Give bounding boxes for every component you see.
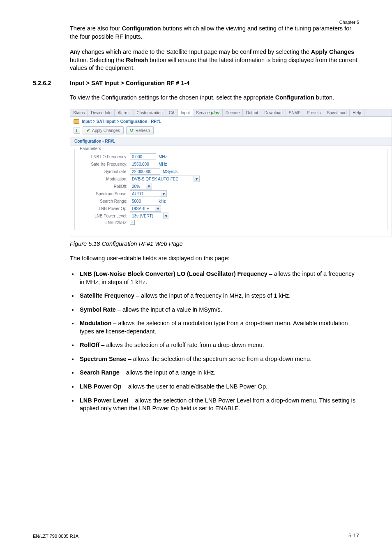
select-rolloff[interactable]: 20% ▼ [130,183,152,190]
tab-customization[interactable]: Customization [134,109,166,116]
row-search-range: Search Range: kHz [79,198,383,204]
breadcrumb: Input > SAT Input > Configuration - RF#1 [82,119,161,124]
tab-service-label: Service [196,111,210,115]
text-bold: RollOff [80,342,99,348]
tab-presets[interactable]: Presets [304,109,324,116]
list-item: Spectrum Sense – allows the selection of… [78,355,359,363]
tab-help[interactable]: Help [350,109,364,116]
label-lnb-lo: LNB LO Frequency: [79,155,127,159]
text-bold: Configuration [275,94,314,101]
input-sat-freq[interactable] [130,161,156,167]
nav-up-button[interactable]: ⮭ [74,127,80,134]
tab-output[interactable]: Output [243,109,261,116]
input-symbol-rate[interactable] [130,168,160,175]
text: button. Selecting the [70,57,126,63]
tab-decode[interactable]: Decode [223,109,243,116]
tab-save-load[interactable]: Save/Load [324,109,350,116]
select-lnb-power-op-value: DISABLE [130,206,151,211]
label-modulation: Modulation: [79,177,127,181]
select-spectrum[interactable]: AUTO ▼ [130,190,167,197]
refresh-button[interactable]: ⟳Refresh [126,126,154,134]
label-symbol-rate: Symbol rate: [79,169,127,174]
select-spectrum-value: AUTO [130,192,145,196]
breadcrumb-row: Input > SAT Input > Configuration - RF#1 [70,117,392,125]
list-item: Satellite Frequency – allows the input o… [78,292,359,300]
text: – allows the input of a value in MSym/s. [116,306,222,313]
section-heading-row: 5.2.6.2 Input > SAT Input > Configuratio… [33,80,359,86]
tab-plus-label: plus [211,111,219,115]
label-search-range: Search Range: [79,199,127,204]
text-bold: Spectrum Sense [80,356,127,362]
toolbar: ⮭ ✔Apply Changes ⟳Refresh [70,125,392,137]
panel-title: Configuration - RF#1 [70,137,392,146]
text: – allows the user to enable/disable the … [122,383,267,390]
text: – allows the input of a range in kHz. [120,369,216,376]
parameters-fieldset: Parameters LNB LO Frequency: MHz Satelli… [74,149,387,230]
section-title: Input > SAT Input > Configuration RF # 1… [70,80,189,86]
select-modulation[interactable]: DVB-S QPSK AUTO FEC ▼ [130,176,200,182]
select-lnb-power-op[interactable]: DISABLE ▼ [130,205,161,212]
tab-ca[interactable]: CA [166,109,178,116]
tab-download[interactable]: Download [261,109,286,116]
app-window: Status Device Info Alarms Customization … [70,109,392,236]
tab-status[interactable]: Status [70,109,88,116]
following-text: The following user-editable fields are d… [70,254,359,263]
row-spectrum: Spectrum Sense: AUTO ▼ [79,190,383,197]
text: button. [314,94,334,101]
tab-snmp[interactable]: SNMP [286,109,304,116]
select-rolloff-value: 20% [130,184,142,189]
tab-alarms[interactable]: Alarms [115,109,134,116]
unit-khz: kHz [159,199,166,204]
text: – allows the selection of the spectrum s… [127,356,312,362]
list-item: LNB Power Op – allows the user to enable… [78,383,359,391]
text: – allows the selection of a rolloff rate… [99,342,264,348]
row-modulation: Modulation: DVB-S QPSK AUTO FEC ▼ [79,176,383,182]
list-item: RollOff – allows the selection of a roll… [78,341,359,349]
footer-doc-id: EN/LZT 790 0005 R1A [33,534,78,539]
tab-device-info[interactable]: Device Info [88,109,115,116]
section-number: 5.2.6.2 [33,80,70,86]
unit-msyms: MSym/s [163,169,178,174]
chevron-down-icon: ▼ [161,191,166,197]
text: – allows the input of a frequency in MHz… [134,292,291,299]
input-search-range[interactable] [130,198,156,204]
parameters-legend: Parameters [78,146,103,151]
text-bold: LNB (Low-Noise Block Converter) LO (Loca… [80,271,267,277]
text-bold: Refresh [126,57,148,63]
input-lnb-lo[interactable] [130,153,156,160]
label-lnb-power-level: LNB Power Level: [79,214,127,218]
label-spectrum: Spectrum Sense: [79,192,127,196]
row-lnb-lo: LNB LO Frequency: MHz [79,153,383,160]
text-bold: Apply Changes [311,49,355,55]
label-lnb-22khz: LNB 22kHz: [79,220,127,225]
folder-icon [74,119,79,124]
list-item: LNB (Low-Noise Block Converter) LO (Loca… [78,270,359,286]
intro-paragraph-3: To view the Configuration settings for t… [70,94,359,102]
text-bold: Configuration [122,25,161,32]
text-bold: Satellite Frequency [80,292,134,299]
chevron-down-icon: ▼ [163,213,169,219]
list-item: Symbol Rate – allows the input of a valu… [78,306,359,314]
tab-service-plus[interactable]: Service plus [193,109,223,116]
refresh-label: Refresh [136,128,150,133]
apply-label: Apply Changes [92,128,120,133]
list-item: Search Range – allows the input of a ran… [78,369,359,377]
chevron-down-icon: ▼ [155,206,161,211]
apply-changes-button[interactable]: ✔Apply Changes [83,126,124,134]
tab-bar: Status Device Info Alarms Customization … [70,109,392,117]
check-icon: ✔ [86,127,90,133]
chevron-down-icon: ▼ [194,176,199,182]
row-lnb-power-op: LNB Power Op: DISABLE ▼ [79,205,383,212]
select-modulation-value: DVB-S QPSK AUTO FEC [130,177,180,181]
row-lnb-power-level: LNB Power Level: 13v (VERT) ▼ [79,213,383,219]
text-bold: Symbol Rate [80,306,116,313]
figure-screenshot: Status Device Info Alarms Customization … [70,109,359,236]
checkbox-lnb-22khz[interactable]: ✓ [130,220,135,225]
label-sat-freq: Satellite Frequency: [79,162,127,166]
footer-page-number: 5-17 [348,532,359,539]
text-bold: Search Range [80,369,120,376]
select-lnb-power-level[interactable]: 13v (VERT) ▼ [130,213,169,219]
tab-input[interactable]: Input [178,109,193,116]
select-lnb-power-level-value: 13v (VERT) [130,214,155,218]
text: – allows the selection of a modulation t… [80,320,348,335]
